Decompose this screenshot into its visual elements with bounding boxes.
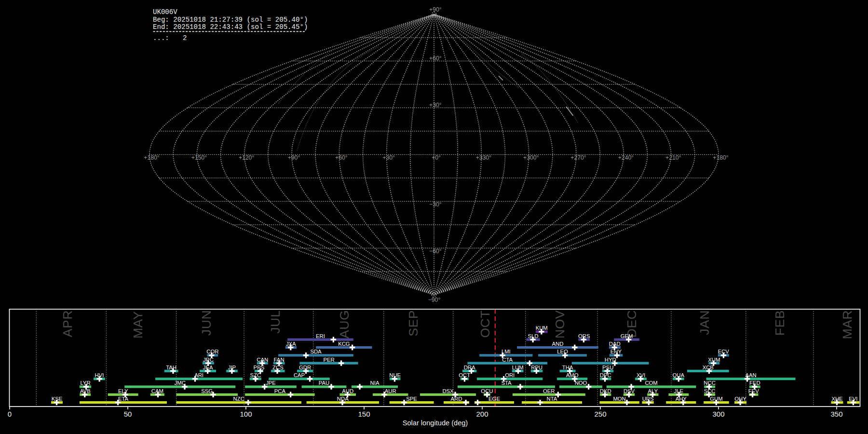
svg-text:+180°: +180° bbox=[144, 154, 159, 161]
svg-text:PER: PER bbox=[323, 357, 334, 363]
svg-text:+150°: +150° bbox=[191, 154, 207, 161]
svg-text:Beg: 20251018 21:27:39 (sol =: Beg: 20251018 21:27:39 (sol = 205.40°) bbox=[153, 16, 308, 24]
svg-text:+240°: +240° bbox=[618, 154, 634, 161]
svg-text:DRA: DRA bbox=[464, 365, 475, 370]
svg-text:EGE: EGE bbox=[488, 396, 500, 402]
svg-text:2: 2 bbox=[183, 34, 187, 42]
svg-text:AUR: AUR bbox=[385, 388, 396, 394]
svg-text:MAY: MAY bbox=[131, 311, 145, 339]
svg-text:MAR: MAR bbox=[840, 310, 854, 339]
svg-text:Solar longitude (deg): Solar longitude (deg) bbox=[403, 419, 468, 427]
svg-text:AUG: AUG bbox=[337, 310, 352, 339]
svg-text:THA: THA bbox=[562, 365, 573, 370]
svg-text:−60°: −60° bbox=[429, 248, 442, 255]
svg-text:MON: MON bbox=[613, 396, 625, 402]
svg-text:AMO: AMO bbox=[566, 372, 579, 378]
svg-text:NZC: NZC bbox=[233, 396, 244, 402]
svg-text:End: 20251018 22:43:43 (sol =: End: 20251018 22:43:43 (sol = 205.45°) bbox=[153, 23, 308, 31]
svg-text:−90°: −90° bbox=[428, 297, 441, 303]
svg-text:+210°: +210° bbox=[665, 154, 681, 161]
svg-text:250: 250 bbox=[594, 410, 606, 418]
svg-text:PCA: PCA bbox=[274, 388, 286, 394]
svg-text:ELY: ELY bbox=[118, 388, 128, 394]
svg-text:200: 200 bbox=[476, 410, 488, 418]
svg-text:COR: COR bbox=[206, 349, 218, 354]
svg-text:+330°: +330° bbox=[476, 154, 491, 161]
svg-text:APR: APR bbox=[60, 310, 75, 337]
svg-text:+30°: +30° bbox=[382, 154, 395, 161]
svg-text:LEO: LEO bbox=[557, 349, 568, 354]
svg-text:350: 350 bbox=[830, 410, 842, 418]
svg-text:GDR: GDR bbox=[299, 365, 311, 370]
svg-text:+120°: +120° bbox=[239, 154, 254, 161]
svg-text:50: 50 bbox=[124, 410, 132, 418]
svg-text:AND: AND bbox=[552, 341, 563, 347]
svg-text:JPE: JPE bbox=[266, 380, 276, 386]
svg-text:NOO: NOO bbox=[575, 380, 587, 386]
svg-text:+90°: +90° bbox=[429, 6, 442, 13]
svg-text:+60°: +60° bbox=[429, 55, 442, 62]
svg-text:JAN: JAN bbox=[697, 310, 712, 335]
svg-text:+90°: +90° bbox=[288, 154, 300, 161]
svg-text:JUN: JUN bbox=[199, 310, 214, 336]
svg-text:JUL: JUL bbox=[268, 310, 283, 334]
svg-text:SSG: SSG bbox=[201, 388, 213, 394]
svg-text:FEB: FEB bbox=[773, 310, 787, 336]
svg-text:300: 300 bbox=[712, 410, 724, 418]
svg-text:XCB: XCB bbox=[703, 365, 714, 370]
svg-text:OCT: OCT bbox=[478, 310, 492, 338]
svg-text:NIA: NIA bbox=[370, 380, 380, 386]
svg-text:...:: ...: bbox=[153, 34, 169, 42]
svg-text:AHY: AHY bbox=[676, 396, 687, 402]
svg-text:ERI: ERI bbox=[316, 333, 325, 339]
svg-text:COM: COM bbox=[645, 380, 657, 386]
svg-text:TAH: TAH bbox=[166, 365, 176, 370]
svg-text:+270°: +270° bbox=[570, 154, 586, 161]
svg-text:ETA: ETA bbox=[118, 396, 129, 402]
svg-text:ARD: ARD bbox=[451, 396, 462, 402]
svg-text:OER: OER bbox=[543, 388, 555, 394]
svg-text:CTA: CTA bbox=[502, 357, 513, 363]
svg-text:100: 100 bbox=[240, 410, 252, 418]
svg-text:NTA: NTA bbox=[547, 396, 557, 402]
svg-text:KCG: KCG bbox=[338, 341, 350, 347]
svg-text:CAP: CAP bbox=[294, 372, 305, 378]
svg-text:ORI: ORI bbox=[505, 372, 515, 378]
svg-text:+300°: +300° bbox=[523, 154, 539, 161]
svg-text:DSX: DSX bbox=[442, 388, 454, 394]
svg-text:+180°: +180° bbox=[713, 154, 728, 161]
svg-text:150: 150 bbox=[358, 410, 370, 418]
svg-text:SPE: SPE bbox=[406, 396, 417, 402]
svg-text:FEV: FEV bbox=[748, 388, 759, 394]
svg-text:PAU: PAU bbox=[319, 380, 329, 386]
svg-text:GEM: GEM bbox=[621, 333, 633, 339]
svg-text:SDA: SDA bbox=[310, 349, 322, 354]
svg-text:0: 0 bbox=[8, 410, 12, 418]
svg-text:EHY: EHY bbox=[610, 349, 622, 354]
svg-text:+0°: +0° bbox=[432, 154, 441, 161]
svg-text:SEP: SEP bbox=[406, 310, 420, 337]
svg-text:+30°: +30° bbox=[429, 102, 442, 108]
svg-text:NOV: NOV bbox=[553, 310, 567, 339]
svg-text:STA: STA bbox=[501, 380, 512, 386]
svg-text:−30°: −30° bbox=[429, 201, 442, 208]
svg-text:+60°: +60° bbox=[335, 154, 348, 161]
svg-text:UK006V: UK006V bbox=[153, 8, 177, 16]
svg-text:JMC: JMC bbox=[175, 380, 186, 386]
